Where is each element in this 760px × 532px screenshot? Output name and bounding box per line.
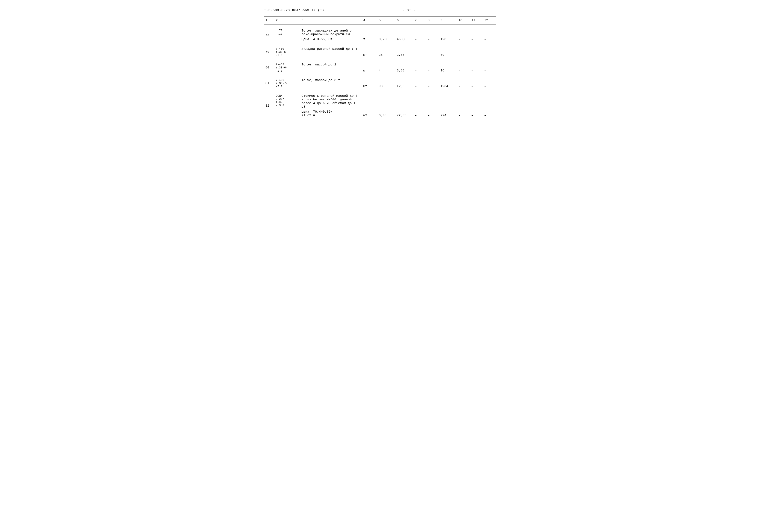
- row-col11: –: [470, 28, 483, 42]
- header-page-number: - 3I -: [324, 9, 494, 12]
- row-unit: м3: [362, 93, 377, 119]
- row-col11: –: [470, 46, 483, 58]
- row-quantity: 0,263: [377, 28, 395, 42]
- row-col8: –: [426, 93, 439, 119]
- row-spacer: [264, 58, 496, 62]
- col-header-1: I: [264, 17, 274, 24]
- row-quantity: 4: [377, 62, 395, 74]
- col-header-2: 2: [274, 17, 300, 24]
- row-code: 7-433 т.38-6- -I.8: [274, 62, 300, 74]
- table-row: 78п.I3 п.I9То же, закладных деталей с ла…: [264, 28, 496, 42]
- table-row: 807-433 т.38-6- -I.8То же, массой до 2 т…: [264, 62, 496, 74]
- row-col8: –: [426, 77, 439, 89]
- row-col12: –: [483, 46, 496, 58]
- row-col9: 224: [439, 93, 457, 119]
- row-col7: –: [413, 77, 426, 89]
- col-header-4: 4: [362, 17, 377, 24]
- row-col10: –: [457, 62, 470, 74]
- main-table: I 2 3 4 5 6 7 8 9 IO II I2 78п.I3 п.I9То…: [264, 17, 496, 119]
- row-col12: –: [483, 93, 496, 119]
- row-col12: –: [483, 62, 496, 74]
- row-spacer: [264, 24, 496, 28]
- col-header-3: 3: [300, 17, 362, 24]
- row-col9: I23: [439, 28, 457, 42]
- header-album: Альбом IX (I): [297, 9, 324, 12]
- row-description: Укладка ригелей массой до I т: [300, 46, 362, 58]
- row-quantity: 3,08: [377, 93, 395, 119]
- row-unit: шт: [362, 62, 377, 74]
- row-col10: –: [457, 46, 470, 58]
- col-header-5: 5: [377, 17, 395, 24]
- row-col8: –: [426, 46, 439, 58]
- row-col9: I254: [439, 77, 457, 89]
- row-unit: шт: [362, 77, 377, 89]
- row-col11: –: [470, 93, 483, 119]
- row-number: 79: [264, 46, 274, 58]
- row-col11: –: [470, 62, 483, 74]
- col-header-8: 8: [426, 17, 439, 24]
- row-spacer: [264, 74, 496, 77]
- row-price: 72,85: [395, 93, 413, 119]
- row-description: То же, закладных деталей с лако-красочны…: [300, 28, 362, 42]
- row-col8: –: [426, 28, 439, 42]
- row-description: То же, массой до 3 т: [300, 77, 362, 89]
- row-col7: –: [413, 62, 426, 74]
- row-col10: –: [457, 93, 470, 119]
- row-col7: –: [413, 28, 426, 42]
- col-header-12: I2: [483, 17, 496, 24]
- row-col7: –: [413, 46, 426, 58]
- row-col9: I6: [439, 62, 457, 74]
- row-col10: –: [457, 28, 470, 42]
- row-quantity: 98: [377, 77, 395, 89]
- row-number: 78: [264, 28, 274, 42]
- row-quantity: 23: [377, 46, 395, 58]
- row-code: ССЦМ 9-287 т.ч. т.3.3: [274, 93, 300, 119]
- row-number: 80: [264, 62, 274, 74]
- row-col9: 59: [439, 46, 457, 58]
- col-header-9: 9: [439, 17, 457, 24]
- row-unit: т: [362, 28, 377, 42]
- row-col10: –: [457, 77, 470, 89]
- row-col12: –: [483, 77, 496, 89]
- row-spacer: [264, 42, 496, 46]
- row-unit: шт: [362, 46, 377, 58]
- table-row: 797-430 т.38-5- -I.8Укладка ригелей масс…: [264, 46, 496, 58]
- column-header-row: I 2 3 4 5 6 7 8 9 IO II I2: [264, 17, 496, 24]
- row-price: 2,55: [395, 46, 413, 58]
- row-code: п.I3 п.I9: [274, 28, 300, 42]
- col-header-11: II: [470, 17, 483, 24]
- row-col12: –: [483, 28, 496, 42]
- row-col8: –: [426, 62, 439, 74]
- header-right-spacer: [494, 9, 496, 12]
- row-code: 7-436 т.38-7- -I.8: [274, 77, 300, 89]
- page-header: Т.П.503-5-23.86 Альбом IX (I) - 3I -: [264, 9, 496, 12]
- row-number: 82: [264, 93, 274, 119]
- row-price: 468,8: [395, 28, 413, 42]
- table-row: 82ССЦМ 9-287 т.ч. т.3.3Стоимость ригелей…: [264, 93, 496, 119]
- row-number: 8I: [264, 77, 274, 89]
- row-price: I2,8: [395, 77, 413, 89]
- col-header-10: IO: [457, 17, 470, 24]
- row-price: 3,88: [395, 62, 413, 74]
- header-doc-number: Т.П.503-5-23.86: [264, 9, 297, 12]
- row-col7: –: [413, 93, 426, 119]
- row-code: 7-430 т.38-5- -I.8: [274, 46, 300, 58]
- col-header-7: 7: [413, 17, 426, 24]
- table-row: 8I7-436 т.38-7- -I.8То же, массой до 3 т…: [264, 77, 496, 89]
- row-description: То же, массой до 2 т: [300, 62, 362, 74]
- col-header-6: 6: [395, 17, 413, 24]
- row-col11: –: [470, 77, 483, 89]
- row-spacer: [264, 89, 496, 93]
- row-description: Стоимость ригелей массой до 5 т, из бето…: [300, 93, 362, 119]
